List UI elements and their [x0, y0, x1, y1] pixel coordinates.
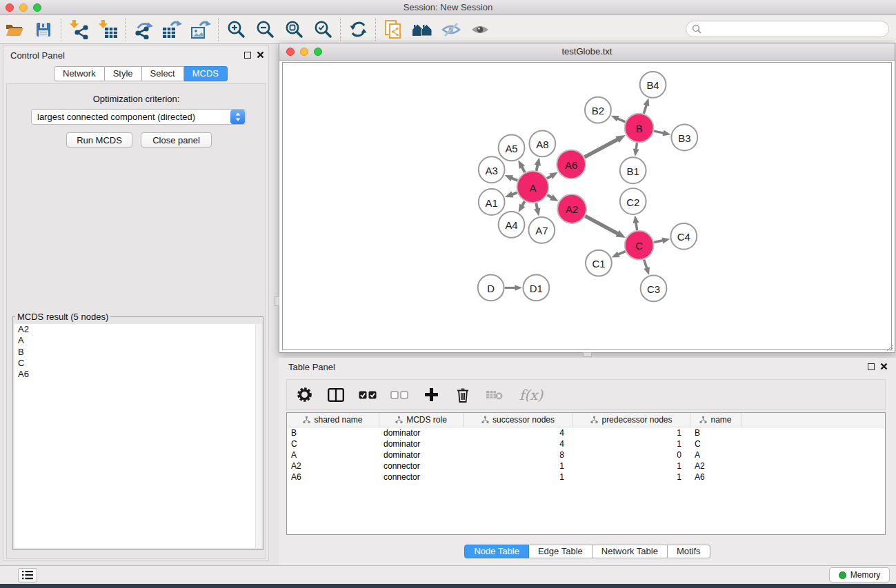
- task-history-button[interactable]: [18, 568, 37, 582]
- graph-edge[interactable]: [537, 165, 538, 171]
- criterion-dropdown[interactable]: largest connected component (directed): [31, 109, 246, 125]
- export-network-button[interactable]: [128, 17, 157, 43]
- vertical-split-handle[interactable]: [275, 296, 279, 306]
- table-cell: B: [690, 427, 741, 438]
- close-panel-button[interactable]: Close panel: [141, 132, 212, 148]
- table-options-button[interactable]: [294, 383, 315, 407]
- function-builder-button[interactable]: f(x): [516, 383, 546, 407]
- open-session-button[interactable]: [0, 17, 29, 43]
- network-window-titlebar[interactable]: testGlobe.txt: [279, 43, 895, 61]
- network-minimize-button[interactable]: [300, 48, 308, 56]
- graph-node-label: A8: [536, 139, 548, 150]
- table-row[interactable]: Bdominator41B: [287, 427, 885, 438]
- tab-network-table[interactable]: Network Table: [593, 545, 668, 558]
- graph-edge[interactable]: [636, 143, 637, 150]
- close-window-button[interactable]: [6, 3, 14, 12]
- add-column-button[interactable]: [421, 383, 441, 407]
- result-list-item[interactable]: A2: [14, 324, 261, 335]
- graph-edge[interactable]: [654, 241, 663, 243]
- result-list-item[interactable]: A: [14, 335, 261, 346]
- network-close-button[interactable]: [286, 48, 295, 56]
- export-network-icon: [132, 20, 153, 39]
- save-session-button[interactable]: [29, 17, 58, 43]
- result-list-item[interactable]: A6: [14, 369, 261, 380]
- zoom-window-button[interactable]: [33, 3, 41, 12]
- graph-edge-arrowhead: [534, 207, 540, 216]
- search-input[interactable]: [705, 24, 888, 34]
- tab-motifs[interactable]: Motifs: [668, 545, 710, 558]
- graph-edge[interactable]: [584, 139, 617, 157]
- export-table-button[interactable]: [157, 17, 186, 43]
- tab-style[interactable]: Style: [105, 66, 142, 81]
- graph-edge[interactable]: [547, 195, 552, 198]
- zoom-selected-button[interactable]: [308, 17, 337, 43]
- column-header-successor-nodes[interactable]: successor nodes: [464, 413, 573, 427]
- memory-button[interactable]: Memory: [829, 567, 890, 582]
- float-panel-icon[interactable]: [244, 52, 251, 59]
- hide-selected-button[interactable]: [437, 17, 466, 43]
- table-cell: A: [690, 449, 741, 460]
- tab-edge-table[interactable]: Edge Table: [529, 545, 593, 558]
- graph-edge[interactable]: [512, 192, 517, 194]
- minimize-window-button[interactable]: [19, 3, 28, 12]
- graph-edge[interactable]: [521, 167, 525, 172]
- graph-edge[interactable]: [511, 178, 517, 181]
- import-table-button[interactable]: [93, 17, 122, 43]
- graph-edge[interactable]: [654, 131, 664, 133]
- close-table-panel-icon[interactable]: [880, 363, 888, 370]
- deselect-all-button[interactable]: [389, 383, 410, 407]
- graph-edge[interactable]: [536, 203, 537, 210]
- graph-edge[interactable]: [636, 222, 637, 230]
- first-neighbors-button[interactable]: [408, 17, 437, 43]
- column-browser-button[interactable]: [326, 383, 346, 407]
- column-header-MCDS-role[interactable]: MCDS role: [379, 413, 464, 427]
- table-row[interactable]: Adominator80A: [287, 449, 885, 460]
- refresh-view-button[interactable]: [344, 17, 372, 43]
- network-zoom-button[interactable]: [314, 48, 322, 56]
- tab-node-table[interactable]: Node Table: [464, 545, 529, 558]
- graph-node-label: B3: [678, 132, 690, 144]
- run-mcds-button[interactable]: Run MCDS: [66, 132, 132, 148]
- close-panel-icon[interactable]: [257, 51, 264, 59]
- table-panel-title: Table Panel: [288, 362, 335, 372]
- table-row[interactable]: Cdominator41C: [287, 438, 885, 449]
- delete-column-button[interactable]: [452, 383, 473, 407]
- result-list-item[interactable]: C: [14, 358, 261, 369]
- delete-table-button[interactable]: [484, 383, 505, 407]
- graph-edge[interactable]: [522, 201, 525, 206]
- result-list-scrollbar[interactable]: [255, 324, 261, 548]
- zoom-fit-button[interactable]: [279, 17, 308, 43]
- graph-edge[interactable]: [618, 252, 626, 255]
- columns-icon: [328, 388, 344, 402]
- network-canvas[interactable]: B4B2BB3A5A8A6A3B1AC2A1A2A4A7C4CC1DD1C3: [282, 62, 892, 350]
- new-network-from-selection-button[interactable]: [379, 17, 408, 43]
- horizontal-split-handle[interactable]: [583, 352, 592, 357]
- table-cell: 1: [573, 460, 690, 472]
- show-all-button[interactable]: [466, 17, 495, 43]
- tab-mcds[interactable]: MCDS: [184, 66, 228, 81]
- search-field[interactable]: [686, 21, 889, 37]
- column-header-predecessor-nodes[interactable]: predecessor nodes: [573, 413, 690, 427]
- table-row[interactable]: A2connector11A2: [287, 460, 885, 472]
- column-header-shared-name[interactable]: shared name: [287, 413, 379, 427]
- window-resize-grip[interactable]: [884, 342, 894, 352]
- column-header-name[interactable]: name: [690, 413, 741, 427]
- select-all-button[interactable]: [357, 383, 378, 407]
- desktop-background-strip: [0, 584, 896, 588]
- tab-network[interactable]: Network: [54, 66, 105, 81]
- graph-edge[interactable]: [617, 119, 626, 122]
- tab-select[interactable]: Select: [142, 66, 184, 81]
- delete-table-icon: [486, 389, 503, 401]
- result-list-item[interactable]: B: [14, 347, 261, 358]
- zoom-out-button[interactable]: [250, 17, 279, 43]
- graph-edge[interactable]: [644, 105, 646, 114]
- table-row[interactable]: A6connector11A6: [287, 472, 885, 483]
- graph-edge[interactable]: [585, 216, 618, 234]
- import-network-button[interactable]: [64, 17, 93, 43]
- graph-edge[interactable]: [547, 176, 552, 179]
- float-table-panel-icon[interactable]: [868, 363, 875, 370]
- graph-edge[interactable]: [644, 259, 647, 268]
- export-image-button[interactable]: [186, 17, 215, 43]
- zoom-in-button[interactable]: [221, 17, 250, 43]
- main-titlebar: Session: New Session: [0, 0, 896, 15]
